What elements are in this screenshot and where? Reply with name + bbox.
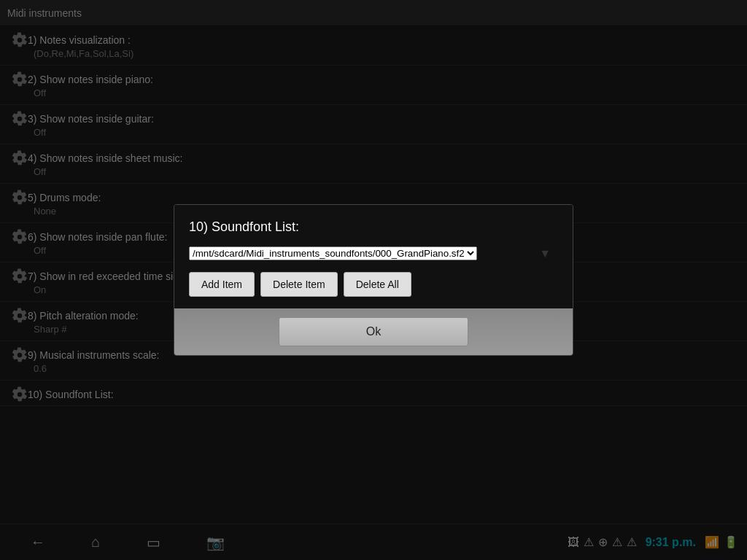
dialog-footer: Ok — [174, 308, 573, 355]
dropdown-container[interactable]: /mnt/sdcard/Midi_instruments_soundfonts/… — [189, 246, 558, 260]
soundfont-dropdown[interactable]: /mnt/sdcard/Midi_instruments_soundfonts/… — [189, 246, 477, 260]
delete-item-button[interactable]: Delete Item — [260, 272, 338, 297]
soundfont-dialog: 10) Soundfont List: /mnt/sdcard/Midi_ins… — [174, 204, 573, 356]
add-item-button[interactable]: Add Item — [189, 272, 255, 297]
delete-all-button[interactable]: Delete All — [344, 272, 411, 297]
dialog-action-buttons: Add Item Delete Item Delete All — [189, 272, 558, 297]
dropdown-arrow-icon: ▼ — [539, 247, 551, 260]
dialog-content-area: 10) Soundfont List: /mnt/sdcard/Midi_ins… — [174, 205, 573, 308]
ok-button[interactable]: Ok — [279, 317, 468, 346]
dialog-overlay: 10) Soundfont List: /mnt/sdcard/Midi_ins… — [0, 0, 747, 560]
dialog-title: 10) Soundfont List: — [189, 219, 558, 235]
